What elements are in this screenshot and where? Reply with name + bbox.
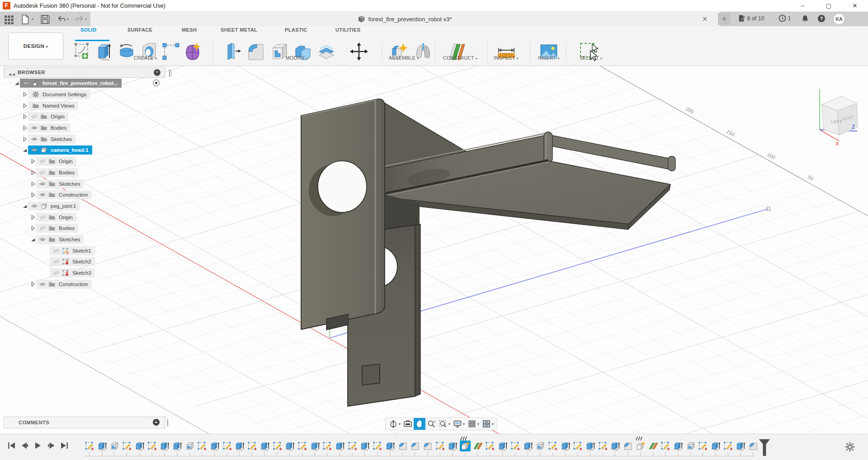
pattern-icon[interactable] [161,42,181,61]
activate-component-radio[interactable] [153,80,160,86]
expand-arrow-icon[interactable] [22,136,28,142]
file-menu-icon[interactable] [20,14,31,24]
timeline-extrude-feature[interactable] [97,441,108,451]
viewports-tool[interactable]: ▾ [481,418,495,430]
press-pull-icon[interactable] [222,42,242,61]
skip-to-start-icon[interactable] [7,441,16,450]
browser-row-peg-joint-1[interactable]: peg_joint:1 [4,201,165,212]
timeline-fillet-feature[interactable] [397,441,408,451]
tab-surface[interactable]: SURFACE [127,27,152,36]
expand-arrow-icon[interactable] [30,281,36,287]
file-menu-caret[interactable]: ▾ [32,17,33,21]
job-status[interactable]: 8 of 10 [738,14,764,22]
timeline-fillet-feature[interactable] [422,441,433,451]
browser-row-sketch1[interactable]: Sketch1 [4,245,165,256]
play-icon[interactable] [33,441,42,450]
timeline-sketch-feature[interactable] [485,441,495,451]
extrude-icon[interactable] [94,42,114,61]
timeline-sketch-feature[interactable] [147,441,158,451]
browser-row-label[interactable]: forest_fire_prevention_robot... [42,80,118,86]
visibility-on-icon[interactable] [39,180,46,188]
tab-solid[interactable]: SOLID [80,27,97,36]
create-form-icon[interactable] [183,42,203,61]
timeline-sketch-feature[interactable] [572,441,583,451]
timeline-extrude-feature[interactable] [259,441,270,451]
visibility-off-icon[interactable] [52,258,60,265]
viewcube-left-face[interactable]: LEFT [831,119,842,125]
create-sketch-icon[interactable] [72,42,92,61]
timeline-settings-gear-icon[interactable] [844,441,855,452]
group-label-assemble[interactable]: ASSEMBLE ▾ [389,55,419,61]
timeline-extrude-feature[interactable] [310,441,321,451]
timeline-component-feature[interactable] [460,441,471,451]
browser-row-bodies[interactable]: Bodies [4,223,165,234]
timeline-sketch-feature[interactable] [222,441,233,451]
timeline-plane-feature[interactable] [472,441,483,451]
display-settings-tool[interactable]: ▾ [452,418,466,430]
new-tab-button[interactable]: + [718,13,731,25]
help-icon[interactable]: ? [817,14,826,24]
minimize-button[interactable]: – [789,0,816,12]
browser-row-forest-fire-prevention-robot-[interactable]: forest_fire_prevention_robot... [4,78,165,89]
timeline-sketch-feature[interactable] [197,441,208,451]
timeline-fillet-feature[interactable] [748,441,759,451]
browser-row-label[interactable]: Bodies [59,225,75,231]
browser-row-label[interactable]: Origin [51,114,65,119]
group-label-select[interactable]: SELECT ▾ [580,55,602,61]
browser-row-origin[interactable]: Origin [4,211,165,223]
timeline-extrude-feature[interactable] [159,441,170,451]
comments-panel[interactable]: COMMENTS + [4,417,165,428]
timeline-sketch-feature[interactable] [297,441,308,451]
timeline-extrude-feature[interactable] [735,441,746,451]
fillet-icon[interactable] [246,42,266,61]
save-icon[interactable] [40,14,51,24]
viewport-canvas[interactable]: 20015010050 [0,66,868,434]
viewcube[interactable]: LEFT FRONT X Z [820,89,858,146]
expand-arrow-icon[interactable] [30,192,36,198]
expand-arrow-icon[interactable] [30,181,36,187]
browser-row-sketch2[interactable]: Sketch2 [4,256,165,268]
browser-row-label[interactable]: Document Settings [42,92,86,97]
timeline-extrude-feature[interactable] [335,441,345,451]
visibility-on-icon[interactable] [39,281,46,288]
browser-display-toggle-icon[interactable]: − [154,69,160,76]
timeline-extrude-feature[interactable] [523,441,533,451]
browser-row-label[interactable]: Named Views [42,103,75,108]
timeline-sketch-feature[interactable] [698,441,708,451]
browser-row-sketch3[interactable]: Sketch3 [4,268,165,279]
expand-arrow-icon[interactable] [30,225,36,231]
browser-row-origin[interactable]: Origin [4,111,165,122]
visibility-off-icon[interactable] [52,269,60,277]
timeline-extrude-feature[interactable] [209,441,220,451]
redo-icon[interactable] [74,14,85,24]
panel-drag-handle[interactable] [169,70,171,77]
zoom-tool[interactable]: ± [425,418,437,430]
timeline-extrude-feature[interactable] [585,441,596,451]
close-tab-icon[interactable]: ✕ [700,14,710,23]
timeline-extrude-feature[interactable] [610,441,621,451]
redo-caret[interactable]: ▾ [85,17,87,21]
timeline-extrude-feature[interactable] [673,441,684,451]
browser-row-label[interactable]: Construction [59,282,88,287]
offset-face-icon[interactable] [316,42,336,61]
undo-caret[interactable]: ▾ [67,17,69,21]
browser-row-label[interactable]: Sketch3 [72,270,91,276]
group-label-insert[interactable]: INSERT ▾ [538,55,559,61]
browser-row-sketches[interactable]: Sketches [4,133,165,145]
browser-row-camera-head-1[interactable]: camera_head:1 [4,145,165,156]
expand-arrow-icon[interactable] [22,113,28,120]
tab-sheet-metal[interactable]: SHEET METAL [221,27,257,36]
group-label-create[interactable]: CREATE ▾ [134,55,157,61]
collapse-arrow-icon[interactable] [14,80,20,86]
document-tab[interactable]: forest_fire_prevention_robot v3* [90,12,720,26]
browser-row-label[interactable]: Bodies [51,125,66,131]
timeline-extrude-feature[interactable] [497,441,508,451]
bell-icon[interactable] [801,14,809,25]
add-comment-icon[interactable]: + [153,419,160,426]
comments-drag-handle[interactable] [167,419,169,426]
browser-row-label[interactable]: Construction [59,192,88,197]
visibility-on-icon[interactable] [31,136,38,143]
visibility-off-icon[interactable] [52,247,60,254]
timeline-component-feature[interactable] [635,441,646,451]
visibility-off-icon[interactable] [39,214,46,221]
